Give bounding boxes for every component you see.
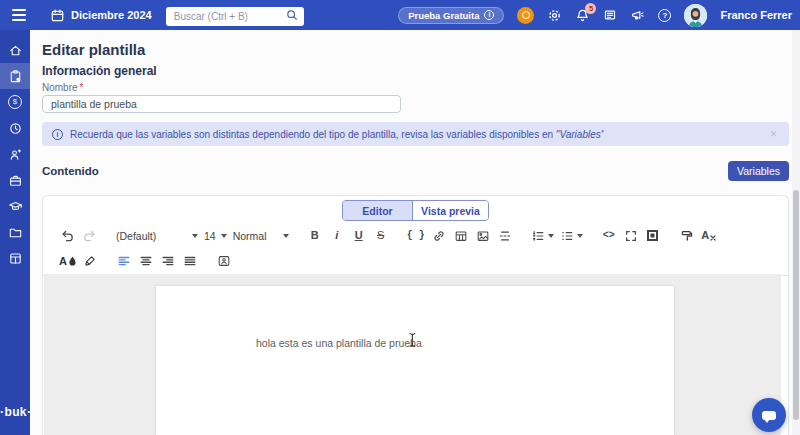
insert-table-button[interactable] (451, 226, 471, 246)
avatar-illustration (684, 4, 707, 27)
highlight-button[interactable] (80, 251, 100, 271)
help-button[interactable]: ? (658, 9, 671, 22)
link-button[interactable] (429, 226, 449, 246)
notifications-button[interactable]: 5 (575, 8, 590, 23)
briefcase-icon (8, 173, 23, 188)
editor-tabs: Editor Vista previa (43, 200, 788, 221)
megaphone-icon (630, 8, 645, 23)
underline-button[interactable]: U (349, 226, 369, 246)
signature-button[interactable] (214, 251, 234, 271)
undo-button[interactable] (57, 226, 77, 246)
required-mark: * (80, 82, 84, 93)
editor-card: Editor Vista previa (42, 195, 789, 435)
period-label: Diciembre 2024 (71, 9, 152, 21)
name-field-label: Nombre* (42, 82, 789, 94)
unordered-list-icon (560, 229, 574, 243)
variables-info-alert: i Recuerda que las variables son distint… (42, 122, 789, 146)
clear-format-button[interactable]: A (699, 226, 719, 246)
unordered-list-button[interactable] (558, 226, 585, 246)
sidebar-item-history[interactable] (0, 115, 30, 141)
folder-icon (8, 225, 23, 240)
font-color-button[interactable]: A (57, 251, 78, 271)
font-size-select[interactable]: 14 (201, 230, 230, 242)
rewards-icon[interactable] (517, 7, 534, 24)
paragraph-style-select[interactable]: Normal (230, 230, 292, 242)
image-icon (476, 229, 490, 243)
fullscreen-icon (624, 229, 638, 243)
strikethrough-button[interactable]: S (371, 226, 391, 246)
justify-button[interactable] (180, 251, 200, 271)
code-view-button[interactable]: <> (599, 226, 619, 246)
sidebar-item-jobs[interactable] (0, 167, 30, 193)
table-icon (454, 229, 468, 243)
align-center-icon (139, 254, 153, 268)
search-icon[interactable] (285, 8, 299, 22)
sidebar-item-home[interactable] (0, 37, 30, 63)
format-painter-button[interactable] (677, 226, 697, 246)
period-selector[interactable]: Diciembre 2024 (50, 8, 152, 23)
bold-button[interactable]: B (305, 226, 325, 246)
undo-icon (60, 228, 75, 243)
filled-square-icon (647, 230, 658, 241)
scrollbar-thumb[interactable] (793, 190, 799, 420)
spreadsheet-icon (8, 251, 23, 266)
align-justify-icon (183, 254, 197, 268)
user-avatar[interactable] (684, 4, 707, 27)
menu-toggle-button[interactable] (12, 9, 26, 21)
sidebar-item-files[interactable] (0, 219, 30, 245)
align-right-button[interactable] (158, 251, 178, 271)
color-drop-icon (69, 256, 76, 266)
news-button[interactable] (603, 8, 617, 22)
align-left-button[interactable] (114, 251, 134, 271)
code-braces-button[interactable]: { } (405, 226, 427, 246)
insert-image-button[interactable] (473, 226, 493, 246)
page-scrollbar[interactable] (792, 30, 800, 435)
clipboard-gear-icon (8, 69, 23, 84)
content-section-title: Contenido (42, 165, 99, 177)
document-text[interactable]: hola esta es una plantilla de prueba (256, 337, 422, 349)
settings-button[interactable] (547, 8, 562, 23)
alert-close-button[interactable]: × (768, 128, 779, 140)
main-content: Editar plantilla Información general Nom… (30, 30, 792, 435)
document-sheet[interactable]: hola esta es una plantilla de prueba (156, 286, 674, 435)
sidebar-item-payments[interactable]: $ (0, 89, 30, 115)
editor-toolbar-row1: (Default) 14 Normal B i (43, 224, 788, 247)
show-blocks-button[interactable] (643, 226, 663, 246)
template-name-input[interactable] (42, 95, 401, 113)
search-input[interactable] (166, 7, 304, 26)
sidebar-item-education[interactable] (0, 193, 30, 219)
info-icon: i (52, 129, 63, 140)
editor-canvas: hola esta es una plantilla de prueba (44, 274, 781, 435)
dollar-icon: $ (8, 95, 22, 109)
italic-button[interactable]: i (327, 226, 347, 246)
chat-button[interactable] (752, 398, 786, 432)
clock-icon (8, 121, 23, 136)
home-icon (8, 43, 23, 58)
gear-icon (547, 8, 562, 23)
trial-badge[interactable]: Prueba Gratuita i (398, 7, 504, 24)
chevron-down-icon (548, 234, 554, 238)
signature-icon (217, 254, 231, 268)
redo-button[interactable] (79, 226, 99, 246)
announcements-button[interactable] (630, 8, 645, 23)
sidebar-item-reports[interactable] (0, 245, 30, 271)
align-center-button[interactable] (136, 251, 156, 271)
chevron-down-icon (577, 234, 583, 238)
sidebar-item-documents[interactable] (0, 63, 30, 89)
editor-toolbar-row2: A (43, 249, 788, 273)
sidebar-item-wellness[interactable] (0, 141, 30, 167)
paint-roller-icon (680, 229, 694, 243)
rewards-ring (522, 11, 530, 19)
font-family-select[interactable]: (Default) (113, 230, 201, 242)
tab-vista-previa[interactable]: Vista previa (412, 201, 488, 220)
buk-logo: ·buk· (0, 405, 30, 419)
variables-button[interactable]: Variables (728, 161, 789, 181)
fullscreen-button[interactable] (621, 226, 641, 246)
chevron-down-icon (221, 234, 227, 238)
calendar-icon (50, 8, 65, 23)
page-break-button[interactable] (495, 226, 515, 246)
ordered-list-button[interactable] (529, 226, 556, 246)
alert-text: Recuerda que las variables son distintas… (70, 129, 604, 140)
general-section-title: Información general (42, 64, 789, 78)
tab-editor[interactable]: Editor (343, 201, 412, 220)
